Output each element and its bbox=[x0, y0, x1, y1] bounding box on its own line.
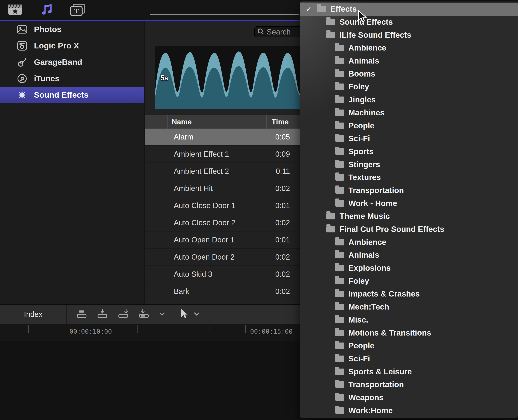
index-button-label: Index bbox=[24, 310, 42, 319]
table-row[interactable]: Auto Close Door 1 0:01 bbox=[145, 197, 300, 214]
ruler-tick bbox=[172, 325, 172, 333]
menu-item[interactable]: People bbox=[300, 119, 518, 132]
edit-options-chevron-icon[interactable] bbox=[159, 312, 165, 317]
menu-item[interactable]: Sports bbox=[300, 145, 518, 158]
sidebar-item-garageband[interactable]: GarageBand bbox=[0, 54, 144, 70]
menu-item[interactable]: Motions & Transitions bbox=[300, 326, 518, 339]
menu-item[interactable]: iLife Sound Effects bbox=[300, 29, 518, 41]
row-time: 0:02 bbox=[262, 270, 290, 278]
media-browser-button[interactable] bbox=[8, 3, 23, 18]
table-row[interactable]: Bark 0:02 bbox=[145, 283, 300, 300]
menu-item[interactable]: Stingers bbox=[300, 158, 518, 171]
arrow-tool-button[interactable] bbox=[180, 308, 189, 320]
menu-item-label: Theme Music bbox=[340, 212, 390, 221]
menu-item[interactable]: Sci-Fi bbox=[300, 352, 518, 365]
menu-item-label: Animals bbox=[348, 56, 379, 65]
row-time: 0:02 bbox=[262, 253, 290, 261]
titles-browser-button[interactable]: T bbox=[70, 3, 85, 18]
menu-item-label: Explosions bbox=[348, 263, 391, 273]
row-name: Auto Open Door 2 bbox=[174, 253, 235, 261]
menu-item-label: Final Cut Pro Sound Effects bbox=[340, 225, 444, 234]
folder-icon bbox=[335, 239, 344, 245]
menu-item[interactable]: Weapons bbox=[300, 391, 518, 404]
folder-icon bbox=[326, 213, 335, 219]
duration-label: 5s bbox=[160, 74, 168, 82]
search-input[interactable] bbox=[266, 28, 299, 36]
menu-item[interactable]: Ambience bbox=[300, 236, 518, 249]
menu-item[interactable]: Misc. bbox=[300, 314, 518, 327]
menu-item-label: People bbox=[348, 341, 374, 350]
connect-edit-button[interactable] bbox=[76, 309, 88, 320]
table-row[interactable]: Auto Skid 3 0:02 bbox=[145, 266, 300, 283]
search-field[interactable] bbox=[254, 26, 300, 37]
row-name: Auto Open Door 1 bbox=[174, 236, 235, 244]
menu-item[interactable]: Animals bbox=[300, 54, 518, 68]
menu-item-label: Booms bbox=[348, 69, 375, 78]
menu-item-label: Foley bbox=[348, 277, 369, 285]
table-row[interactable]: Auto Close Door 2 0:02 bbox=[145, 214, 300, 232]
menu-item[interactable]: Machines bbox=[300, 106, 518, 119]
sidebar-item-photos[interactable]: Photos bbox=[0, 21, 144, 38]
row-time: 0:02 bbox=[262, 184, 290, 193]
menu-item-label: Transportation bbox=[348, 380, 404, 389]
append-edit-button[interactable] bbox=[117, 309, 129, 320]
ruler-tick bbox=[210, 325, 210, 333]
menu-item[interactable]: Transportation bbox=[300, 184, 518, 197]
folder-icon bbox=[335, 97, 344, 103]
table-row[interactable]: Alarm 0:05 bbox=[145, 128, 300, 146]
menu-item[interactable]: Sci-Fi bbox=[300, 132, 518, 145]
table-row[interactable]: Ambient Effect 2 0:11 bbox=[145, 163, 300, 180]
row-time: 0:11 bbox=[262, 167, 290, 175]
folder-icon bbox=[335, 252, 344, 258]
menu-item[interactable]: Mech:Tech bbox=[300, 300, 518, 314]
sidebar-item-itunes[interactable]: iTunes bbox=[0, 70, 144, 87]
menu-item[interactable]: Theme Music bbox=[300, 210, 518, 223]
folder-icon bbox=[335, 122, 344, 129]
menu-item[interactable]: Work - Home bbox=[300, 197, 518, 210]
menu-item[interactable]: Foley bbox=[300, 274, 518, 287]
table-row[interactable]: Ambient Effect 1 0:09 bbox=[145, 146, 300, 163]
waveform-preview[interactable]: 5s bbox=[155, 46, 300, 109]
menu-item[interactable]: Animals bbox=[300, 249, 518, 262]
menu-item-label: Machines bbox=[348, 108, 384, 117]
folder-menu-list: ✓ Effects Sound Effects iLife Sound Effe… bbox=[300, 3, 518, 417]
menu-item[interactable]: Sports & Leisure bbox=[300, 365, 518, 378]
menu-item[interactable]: Textures bbox=[300, 171, 518, 184]
column-header-name[interactable]: Name bbox=[172, 118, 192, 126]
menu-item[interactable]: Work:Home bbox=[300, 404, 518, 417]
audio-browser-button[interactable] bbox=[39, 3, 54, 18]
menu-item[interactable]: Booms bbox=[300, 67, 518, 80]
menu-item[interactable]: Transportation bbox=[300, 378, 518, 391]
insert-edit-button[interactable] bbox=[97, 309, 108, 320]
ruler-tick bbox=[64, 325, 64, 333]
menu-item[interactable]: Final Cut Pro Sound Effects bbox=[300, 223, 518, 236]
folder-icon bbox=[335, 200, 344, 207]
menu-item[interactable]: Foley bbox=[300, 80, 518, 93]
folder-icon bbox=[335, 58, 344, 64]
folder-icon bbox=[335, 71, 344, 77]
folder-icon bbox=[317, 6, 326, 12]
menu-item-label: Ambience bbox=[348, 238, 386, 247]
menu-item-label: Sci-Fi bbox=[348, 354, 370, 363]
folder-icon bbox=[326, 19, 335, 25]
tool-chevron-icon[interactable] bbox=[194, 312, 200, 317]
menu-item[interactable]: Explosions bbox=[300, 262, 518, 275]
timeline-ruler[interactable]: 00:00:10:00 00:00:15:00 bbox=[0, 324, 300, 341]
table-row[interactable]: Auto Open Door 2 0:02 bbox=[145, 249, 300, 266]
menu-item-label: Sci-Fi bbox=[348, 134, 370, 143]
column-header-time[interactable]: Time bbox=[272, 118, 289, 126]
menu-item[interactable]: Impacts & Crashes bbox=[300, 287, 518, 300]
menu-item[interactable]: Sound Effects bbox=[300, 16, 518, 29]
menu-item[interactable]: ✓ Effects bbox=[300, 3, 518, 16]
menu-item[interactable]: Jingles bbox=[300, 93, 518, 106]
sidebar-item-sound-effects[interactable]: Sound Effects bbox=[0, 87, 144, 103]
index-button[interactable]: Index bbox=[0, 305, 67, 324]
menu-item[interactable]: Ambience bbox=[300, 41, 518, 54]
sidebar-item-logic-pro-x[interactable]: Logic Pro X bbox=[0, 38, 144, 54]
timecode-label: 00:00:10:00 bbox=[69, 328, 112, 335]
timecode-label: 00:00:15:00 bbox=[250, 328, 293, 335]
table-row[interactable]: Ambient Hit 0:02 bbox=[145, 180, 300, 197]
overwrite-edit-button[interactable] bbox=[138, 309, 150, 320]
menu-item[interactable]: People bbox=[300, 339, 518, 352]
table-row[interactable]: Auto Open Door 1 0:01 bbox=[145, 232, 300, 249]
